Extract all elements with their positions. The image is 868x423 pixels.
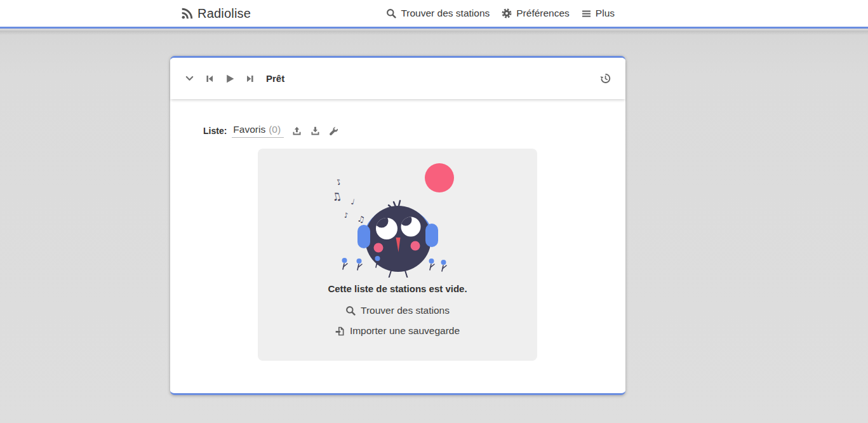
bird-illustration: ♪ ♫ ♩ ♪ ♫ ♪ <box>321 157 474 278</box>
nav-item-plus[interactable]: Plus <box>582 8 615 19</box>
empty-action-label: Importer une sauvegarde <box>350 325 460 337</box>
feed-icon <box>181 8 193 20</box>
nav-item-preferences[interactable]: Préférences <box>502 8 570 19</box>
download-icon <box>310 126 320 136</box>
list-header: Liste: Favoris (0) <box>203 124 625 138</box>
svg-text:♫: ♫ <box>356 213 366 224</box>
step-backward-icon <box>205 74 214 83</box>
next-button[interactable] <box>243 72 257 86</box>
list-panel: Liste: Favoris (0) <box>170 99 625 361</box>
search-icon <box>386 8 396 18</box>
nav-item-find-stations[interactable]: Trouver des stations <box>386 8 490 19</box>
nav-item-label: Plus <box>596 8 615 19</box>
empty-title: Cette liste de stations est vide. <box>328 283 467 294</box>
list-label: Liste: <box>203 126 227 136</box>
svg-text:♩: ♩ <box>350 197 355 206</box>
empty-list-box: ♪ ♫ ♩ ♪ ♫ ♪ <box>258 149 537 361</box>
navbar: Radiolise Trouver des stations <box>0 0 868 29</box>
svg-text:♫: ♫ <box>330 189 343 204</box>
wrench-icon <box>329 126 338 136</box>
list-selector[interactable]: Favoris (0) <box>232 124 284 138</box>
player-bar: Prêt <box>170 58 625 99</box>
player-card: Prêt Liste: Favoris (0) <box>170 56 625 395</box>
gear-icon <box>502 8 512 18</box>
brand[interactable]: Radiolise <box>181 6 251 21</box>
upload-button[interactable] <box>291 125 303 137</box>
previous-button[interactable] <box>203 72 217 86</box>
nav-menu: Trouver des stations Préférences <box>386 8 615 19</box>
list-tools <box>291 125 340 137</box>
history-icon <box>600 73 611 84</box>
empty-action-find-stations[interactable]: Trouver des stations <box>345 305 450 316</box>
chevron-down-icon <box>185 74 194 83</box>
navbar-inner: Radiolise Trouver des stations <box>170 0 625 27</box>
history-button[interactable] <box>598 70 613 86</box>
nav-item-label: Trouver des stations <box>401 8 490 19</box>
search-icon <box>345 306 356 316</box>
list-count: (0) <box>269 124 281 135</box>
collapse-button[interactable] <box>182 71 197 86</box>
upload-icon <box>292 126 302 136</box>
play-icon <box>225 74 235 84</box>
wrench-button[interactable] <box>328 125 340 137</box>
player-status: Prêt <box>266 73 284 84</box>
file-import-icon <box>335 326 345 336</box>
empty-action-label: Trouver des stations <box>361 305 450 316</box>
play-button[interactable] <box>222 71 237 86</box>
menu-icon <box>582 9 591 18</box>
nav-item-label: Préférences <box>516 8 570 19</box>
svg-text:♪: ♪ <box>335 177 343 187</box>
download-button[interactable] <box>309 125 321 137</box>
sun <box>425 163 454 192</box>
svg-text:♪: ♪ <box>344 211 349 220</box>
list-name: Favoris <box>233 124 265 135</box>
empty-action-import-backup[interactable]: Importer une sauvegarde <box>335 325 460 337</box>
brand-title: Radiolise <box>197 6 251 21</box>
step-forward-icon <box>246 74 255 83</box>
navbar-shadow <box>0 30 868 35</box>
